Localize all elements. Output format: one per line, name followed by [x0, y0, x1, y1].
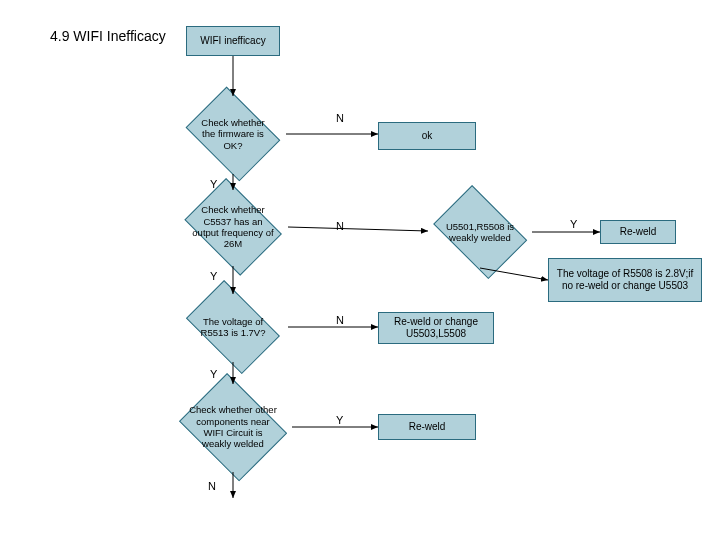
edge-d1-n: N	[336, 112, 344, 124]
node-reweld-bottom: Re-weld	[378, 414, 476, 440]
svg-line-3	[288, 227, 428, 231]
edge-d3-y: Y	[570, 218, 577, 230]
node-u5501-weak: U5501,R5508 is weakly welded	[426, 194, 534, 270]
node-check-c5537: Check whether C5537 has an output freque…	[178, 186, 288, 268]
node-check-c5537-label: Check whether C5537 has an output freque…	[178, 186, 288, 268]
edge-d1-y: Y	[210, 178, 217, 190]
node-check-firmware: Check whether the firmware is OK?	[180, 94, 286, 174]
node-r5513-voltage: The voltage of R5513 is 1.7V?	[178, 290, 288, 364]
edge-d5-y: Y	[336, 414, 343, 426]
node-reweld-change-label: Re-weld or change U5503,L5508	[381, 316, 491, 341]
node-check-firmware-label: Check whether the firmware is OK?	[180, 94, 286, 174]
node-other-components-label: Check whether other components near WIFI…	[174, 380, 292, 474]
node-u5501-weak-label: U5501,R5508 is weakly welded	[426, 194, 534, 270]
edge-d2-n: N	[336, 220, 344, 232]
node-ok: ok	[378, 122, 476, 150]
node-r5513-voltage-label: The voltage of R5513 is 1.7V?	[178, 290, 288, 364]
node-r5508-voltage-label: The voltage of R5508 is 2.8V;if no re-we…	[551, 268, 699, 293]
edge-d4-n: N	[336, 314, 344, 326]
node-reweld-bottom-label: Re-weld	[409, 421, 446, 434]
node-reweld-top-label: Re-weld	[620, 226, 657, 239]
edge-d5-n: N	[208, 480, 216, 492]
node-ok-label: ok	[422, 130, 433, 143]
node-reweld-top: Re-weld	[600, 220, 676, 244]
node-reweld-change: Re-weld or change U5503,L5508	[378, 312, 494, 344]
edge-d4-y: Y	[210, 368, 217, 380]
page-title: 4.9 WIFI Inefficacy	[50, 28, 166, 44]
node-start: WIFI inefficacy	[186, 26, 280, 56]
node-start-label: WIFI inefficacy	[200, 35, 265, 48]
node-other-components: Check whether other components near WIFI…	[174, 380, 292, 474]
edge-d2-y: Y	[210, 270, 217, 282]
node-r5508-voltage: The voltage of R5508 is 2.8V;if no re-we…	[548, 258, 702, 302]
